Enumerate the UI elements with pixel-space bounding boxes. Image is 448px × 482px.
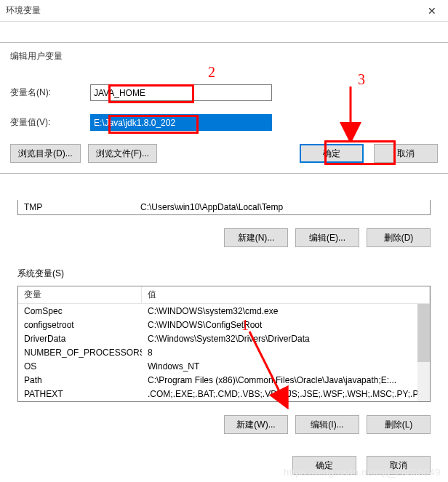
table-row[interactable]: PATHEXT.COM;.EXE;.BAT;.CMD;.VBS;.VBE;.JS… bbox=[18, 387, 430, 401]
browse-dir-button[interactable]: 浏览目录(D)... bbox=[10, 144, 81, 163]
cell-variable: NUMBER_OF_PROCESSORS bbox=[18, 348, 142, 358]
user-buttons: 新建(N)... 编辑(E)... 删除(D) bbox=[13, 228, 431, 247]
cell-variable: PATHEXT bbox=[18, 389, 142, 399]
system-buttons: 新建(W)... 编辑(I)... 删除(L) bbox=[13, 415, 431, 434]
user-delete-button[interactable]: 删除(D) bbox=[367, 228, 431, 247]
table-row[interactable]: OSWindows_NT bbox=[18, 359, 430, 373]
system-label: 系统变量(S) bbox=[17, 268, 431, 280]
user-new-button[interactable]: 新建(N)... bbox=[224, 228, 288, 247]
user-var-tmp-row[interactable]: TMP C:\Users\win10\AppData\Local\Temp bbox=[17, 200, 431, 215]
table-row[interactable]: NUMBER_OF_PROCESSORS8 bbox=[18, 345, 430, 359]
close-icon[interactable]: ✕ bbox=[415, 0, 448, 22]
system-delete-button[interactable]: 删除(L) bbox=[367, 415, 431, 434]
scrollbar[interactable] bbox=[417, 304, 430, 401]
variable-name-row: 变量名(N): bbox=[10, 84, 438, 101]
cell-variable: OS bbox=[18, 361, 142, 371]
system-edit-button[interactable]: 编辑(I)... bbox=[295, 415, 359, 434]
cell-variable: Path bbox=[18, 375, 142, 385]
system-table-header: 变量 值 bbox=[18, 286, 430, 304]
edit-ok-button[interactable]: 确定 bbox=[300, 144, 364, 163]
edit-cancel-button[interactable]: 取消 bbox=[374, 144, 438, 163]
edit-dialog-title: 编辑用户变量 bbox=[10, 50, 438, 63]
cell-variable: configsetroot bbox=[18, 320, 142, 330]
outer-titlebar: 环境变量 ✕ bbox=[0, 0, 448, 22]
variable-value-row: 变量值(V): bbox=[10, 114, 438, 131]
main-content: TMP C:\Users\win10\AppData\Local\Temp 新建… bbox=[0, 200, 448, 475]
variable-value-label: 变量值(V): bbox=[10, 116, 90, 129]
system-variables-section: 系统变量(S) 变量 值 ComSpecC:\WINDOWS\system32\… bbox=[17, 268, 431, 402]
header-value[interactable]: 值 bbox=[142, 286, 430, 303]
cell-value: 8 bbox=[142, 348, 430, 358]
cell-value: C:\Windows\System32\Drivers\DriverData bbox=[142, 334, 430, 344]
cell-value: Windows_NT bbox=[142, 361, 430, 371]
table-row[interactable]: configsetrootC:\WINDOWS\ConfigSetRoot bbox=[18, 318, 430, 332]
cell-value: C:\WINDOWS\ConfigSetRoot bbox=[142, 320, 430, 330]
table-row[interactable]: PathC:\Program Files (x86)\Common Files\… bbox=[18, 373, 430, 387]
system-new-button[interactable]: 新建(W)... bbox=[224, 415, 288, 434]
watermark: https://blog.csdn.net/qq_28805049 bbox=[284, 467, 441, 478]
system-table: 变量 值 ComSpecC:\WINDOWS\system32\cmd.exec… bbox=[17, 286, 431, 402]
user-edit-button[interactable]: 编辑(E)... bbox=[295, 228, 359, 247]
header-variable[interactable]: 变量 bbox=[18, 286, 142, 303]
scroll-thumb[interactable] bbox=[417, 304, 430, 362]
cell-variable: ComSpec bbox=[18, 306, 142, 316]
table-row[interactable]: ComSpecC:\WINDOWS\system32\cmd.exe bbox=[18, 304, 430, 318]
variable-name-label: 变量名(N): bbox=[10, 87, 90, 99]
cell-value: C:\WINDOWS\system32\cmd.exe bbox=[142, 306, 430, 316]
browse-file-button[interactable]: 浏览文件(F)... bbox=[88, 144, 157, 163]
table-row[interactable]: DriverDataC:\Windows\System32\Drivers\Dr… bbox=[18, 332, 430, 345]
edit-dialog-button-row: 浏览目录(D)... 浏览文件(F)... 确定 取消 bbox=[10, 144, 438, 163]
tmp-name: TMP bbox=[24, 202, 140, 212]
tmp-value: C:\Users\win10\AppData\Local\Temp bbox=[140, 202, 283, 212]
cell-variable: DriverData bbox=[18, 334, 142, 344]
cell-value: .COM;.EXE;.BAT;.CMD;.VBS;.VBE;.JS;.JSE;.… bbox=[142, 389, 430, 399]
outer-title: 环境变量 bbox=[6, 4, 41, 17]
variable-value-input[interactable] bbox=[90, 114, 272, 131]
cell-value: C:\Program Files (x86)\Common Files\Orac… bbox=[142, 375, 430, 385]
edit-user-variable-dialog: 编辑用户变量 变量名(N): 变量值(V): 浏览目录(D)... 浏览文件(F… bbox=[0, 42, 448, 174]
variable-name-input[interactable] bbox=[90, 84, 272, 101]
